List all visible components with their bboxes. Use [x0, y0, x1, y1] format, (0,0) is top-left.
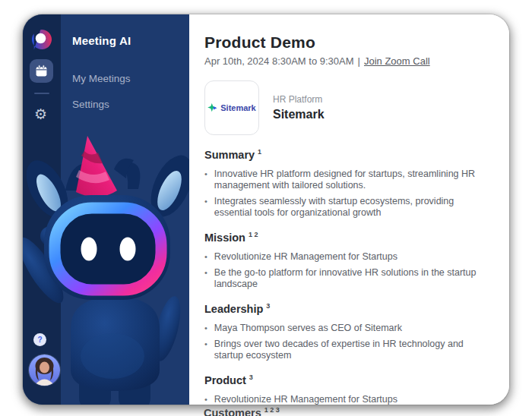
- page: Customers1 2 3 Meeting AI: [0, 0, 532, 416]
- sidebar-item-settings[interactable]: Settings: [72, 99, 109, 110]
- app-window: Meeting AI My Meetings Settings ⚙: [23, 14, 509, 405]
- rail-divider: [34, 93, 49, 94]
- bullet-dot: •: [204, 251, 207, 263]
- section-heading-customers-clipped: Customers1 2 3: [204, 406, 280, 416]
- company-row: Sitemark HR Platform Sitemark: [204, 80, 489, 135]
- meeting-ai-logo-icon: [30, 28, 53, 51]
- section-product: Product3 •Revolutionize HR Management fo…: [204, 373, 489, 405]
- customers-heading-text: Customers: [204, 407, 261, 416]
- bullet-dot: •: [204, 394, 207, 405]
- app-title: Meeting AI: [72, 34, 131, 47]
- section-leadership: Leadership3 •Maya Thompson serves as CEO…: [204, 302, 489, 361]
- bullet-item: •Integrates seamlessly with startup ecos…: [204, 196, 489, 219]
- sidebar-item-my-meetings[interactable]: My Meetings: [72, 73, 131, 84]
- section-heading: Product3: [204, 373, 489, 386]
- help-icon[interactable]: ?: [33, 333, 46, 346]
- gear-icon[interactable]: ⚙: [34, 106, 47, 122]
- bullet-item: •Revolutionize HR Management for Startup…: [204, 251, 489, 263]
- bullet-dot: •: [204, 323, 207, 334]
- citation-refs: 1: [258, 148, 261, 156]
- page-title: Product Demo: [204, 33, 489, 52]
- bullet-item: •Innovative HR platform designed for sta…: [204, 169, 489, 191]
- bullet-dot: •: [204, 196, 207, 219]
- join-zoom-call-link[interactable]: Join Zoom Call: [364, 55, 430, 67]
- content-scroll-area[interactable]: Product Demo Apr 10th, 2024 8:30AM to 9:…: [189, 14, 509, 405]
- calendar-icon[interactable]: [30, 59, 53, 83]
- bullet-item: •Be the go-to platform for innovative HR…: [204, 267, 489, 290]
- meeting-datetime: Apr 10th, 2024 8:30AM to 9:30AM | Join Z…: [204, 55, 489, 67]
- section-heading: Leadership3: [204, 302, 489, 315]
- bullet-dot: •: [204, 169, 207, 191]
- citation-refs: 1 2: [249, 231, 258, 238]
- date-range: Apr 10th, 2024 8:30AM to 9:30AM: [204, 55, 354, 67]
- bullet-item: •Revolutionize HR Management for Startup…: [204, 394, 489, 405]
- separator: |: [358, 55, 360, 67]
- company-name: Sitemark: [273, 108, 325, 121]
- bullet-item: •Brings over two decades of expertise in…: [204, 339, 489, 361]
- sidebar: Meeting AI My Meetings Settings ⚙: [23, 14, 189, 405]
- section-heading: Summary1: [204, 148, 489, 161]
- company-logo-card: Sitemark: [204, 80, 259, 135]
- sitemark-logo-icon: [207, 103, 217, 113]
- bullet-item: •Maya Thompson serves as CEO of Sitemark: [204, 323, 489, 334]
- section-summary: Summary1 •Innovative HR platform designe…: [204, 148, 489, 219]
- citation-refs: 3: [249, 373, 253, 381]
- user-avatar[interactable]: [29, 355, 60, 386]
- company-category: HR Platform: [273, 94, 325, 105]
- bullet-dot: •: [204, 339, 207, 361]
- bullet-dot: •: [204, 267, 207, 290]
- citation-refs: 1 2 3: [264, 406, 280, 414]
- citation-refs: 3: [266, 302, 270, 310]
- company-meta: HR Platform Sitemark: [273, 94, 325, 121]
- sitemark-logo-text: Sitemark: [220, 103, 255, 112]
- notes-sections: Summary1 •Innovative HR platform designe…: [204, 148, 489, 405]
- section-heading: Mission1 2: [204, 231, 489, 244]
- section-mission: Mission1 2 •Revolutionize HR Management …: [204, 231, 489, 290]
